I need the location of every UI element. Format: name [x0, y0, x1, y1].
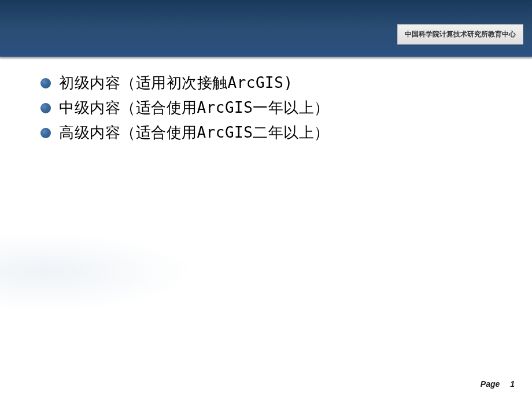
bullet-item: 初级内容（适用初次接触ArcGIS) — [40, 73, 497, 93]
bullet-text: 高级内容（适合使用ArcGIS二年以上） — [59, 123, 330, 143]
bullet-dot-icon — [40, 103, 51, 113]
bullet-dot-icon — [40, 128, 51, 138]
slide-header: 中国科学院计算技术研究所教育中心 — [0, 0, 532, 57]
slide-footer: Page 1 — [481, 379, 515, 389]
institution-badge: 中国科学院计算技术研究所教育中心 — [397, 24, 523, 45]
page-number: 1 — [510, 379, 515, 389]
bullet-dot-icon — [40, 78, 51, 88]
slide-content: 初级内容（适用初次接触ArcGIS) 中级内容（适合使用ArcGIS一年以上） … — [0, 57, 532, 143]
bullet-item: 中级内容（适合使用ArcGIS一年以上） — [40, 98, 497, 118]
page-label: Page — [481, 379, 500, 389]
background-decoration — [0, 226, 220, 318]
institution-badge-text: 中国科学院计算技术研究所教育中心 — [405, 30, 516, 38]
bullet-text: 初级内容（适用初次接触ArcGIS) — [59, 73, 293, 93]
bullet-item: 高级内容（适合使用ArcGIS二年以上） — [40, 123, 497, 143]
bullet-text: 中级内容（适合使用ArcGIS一年以上） — [59, 98, 330, 118]
